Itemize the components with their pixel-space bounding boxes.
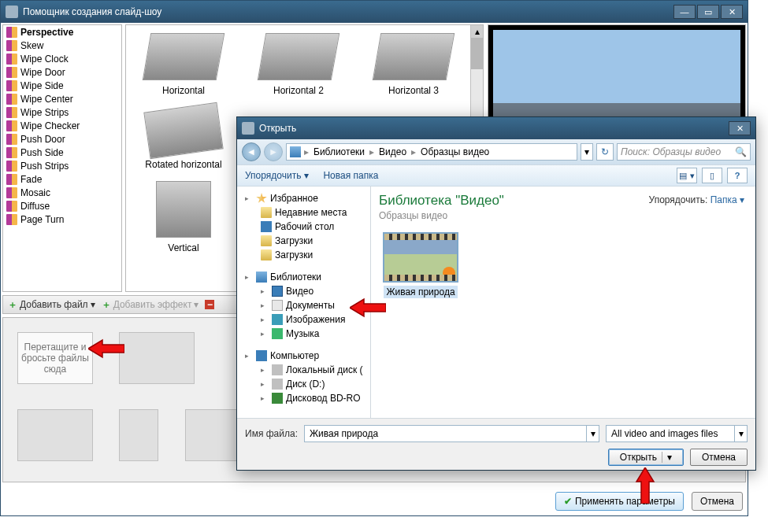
dialog-title: Открыть	[259, 123, 296, 134]
tree-item[interactable]: Рабочий стол	[237, 220, 370, 234]
tree-item[interactable]: Загрузки	[237, 234, 370, 248]
dialog-navbar: ◄ ► ▸ Библиотеки▸ Видео▸ Образцы видео ▾…	[237, 139, 755, 164]
breadcrumb[interactable]: ▸ Библиотеки▸ Видео▸ Образцы видео	[286, 143, 577, 161]
tree-item[interactable]: Загрузки	[237, 248, 370, 262]
tree-item[interactable]: ▸Дисковод BD-RO	[237, 391, 370, 405]
effect-icon	[6, 187, 17, 198]
effect-item[interactable]: Wipe Center	[3, 92, 121, 105]
tree-label: Недавние места	[275, 207, 347, 218]
maximize-button[interactable]: ▭	[697, 5, 719, 19]
tree-item[interactable]: ▸Музыка	[237, 327, 370, 341]
tree-item-video[interactable]: ▸Видео	[237, 284, 370, 298]
file-item[interactable]: Живая природа	[380, 232, 461, 298]
tree-computer[interactable]: ▸Компьютер	[237, 349, 370, 363]
minimize-button[interactable]: —	[673, 5, 696, 19]
effect-label: Push Strips	[20, 161, 69, 172]
sort-label: Упорядочить:	[649, 194, 708, 205]
view-options-button[interactable]: ▤ ▾	[677, 168, 697, 183]
tree-item[interactable]: ▸Диск (D:)	[237, 377, 370, 391]
remove-button[interactable]: −	[205, 300, 214, 309]
video-icon	[272, 286, 283, 297]
button-label: Отмена	[700, 496, 734, 507]
effect-item[interactable]: Mosaic	[3, 186, 121, 199]
disk-icon	[272, 364, 283, 375]
nav-forward-button[interactable]: ►	[264, 142, 283, 161]
thumb-item[interactable]: Horizontal 3	[356, 25, 471, 99]
organize-button[interactable]: Упорядочить ▾	[245, 170, 309, 181]
refresh-button[interactable]: ↻	[596, 143, 614, 161]
effect-item[interactable]: Wipe Strips	[3, 105, 121, 119]
open-button[interactable]: Открыть▾	[608, 449, 684, 466]
nav-back-button[interactable]: ◄	[242, 142, 261, 161]
open-file-dialog: Открыть ✕ ◄ ► ▸ Библиотеки▸ Видео▸ Образ…	[236, 116, 756, 471]
effect-item[interactable]: Wipe Side	[3, 79, 121, 92]
thumb-item[interactable]: Vertical	[126, 173, 241, 257]
thumb-preview	[143, 102, 223, 159]
tree-item[interactable]: Недавние места	[237, 205, 370, 220]
drop-slot[interactable]: Перетащите и бросьте файлы сюда	[17, 332, 93, 384]
filetype-filter[interactable]: All video and images files▾	[606, 425, 748, 442]
tree-label: Документы	[286, 300, 335, 311]
effect-label: Wipe Side	[20, 80, 64, 91]
thumb-label: Horizontal 3	[388, 85, 439, 96]
scroll-up-icon[interactable]: ▴	[471, 25, 483, 38]
sort-value-link[interactable]: Папка ▾	[710, 194, 744, 205]
chevron-down-icon[interactable]: ▾	[586, 426, 599, 441]
thumb-item[interactable]: Rotated horizontal	[126, 99, 241, 173]
drop-slot[interactable]	[119, 332, 195, 384]
drop-slot[interactable]	[17, 409, 93, 461]
app-icon	[242, 122, 254, 135]
thumb-item[interactable]: Horizontal 2	[241, 25, 356, 99]
effect-item[interactable]: Wipe Checker	[3, 119, 121, 132]
optical-icon	[272, 393, 283, 404]
effect-label: Wipe Door	[20, 67, 65, 78]
effect-label: Wipe Checker	[20, 120, 80, 131]
chevron-down-icon[interactable]: ▾	[734, 426, 747, 441]
tree-libraries[interactable]: ▸Библиотеки	[237, 270, 370, 284]
effect-item[interactable]: Wipe Clock	[3, 52, 121, 65]
add-file-button[interactable]: ＋Добавить файл ▾	[8, 299, 95, 310]
apply-button[interactable]: ✔Применять параметры	[555, 492, 684, 511]
cancel-button[interactable]: Отмена	[690, 449, 748, 466]
tree-favorites[interactable]: ▸Избранное	[237, 191, 370, 205]
chevron-down-icon[interactable]: ▾	[662, 452, 672, 463]
effect-item[interactable]: Diffuse	[3, 199, 121, 212]
close-button[interactable]: ✕	[721, 5, 743, 19]
breadcrumb-dropdown[interactable]: ▾	[581, 143, 593, 161]
search-input[interactable]: Поиск: Образцы видео 🔍	[617, 143, 751, 161]
add-effect-button[interactable]: ＋Добавить эффект ▾	[102, 299, 199, 310]
filename-value: Живая природа	[310, 428, 378, 439]
breadcrumb-segment[interactable]: Библиотеки	[312, 146, 366, 157]
preview-pane-button[interactable]: ▯	[702, 168, 722, 183]
effect-icon	[6, 40, 17, 51]
cancel-button[interactable]: Отмена	[692, 492, 743, 511]
star-icon	[256, 193, 267, 204]
breadcrumb-segment[interactable]: Видео	[377, 146, 408, 157]
effect-item[interactable]: Push Strips	[3, 159, 121, 172]
effect-item[interactable]: Skew	[3, 39, 121, 52]
thumb-item[interactable]: Horizontal	[126, 25, 241, 99]
tree-item[interactable]: ▸Локальный диск (	[237, 363, 370, 377]
effect-item[interactable]: Fade	[3, 172, 121, 186]
computer-icon	[256, 350, 267, 361]
new-folder-button[interactable]: Новая папка	[323, 170, 378, 181]
filename-input[interactable]: Живая природа▾	[304, 425, 599, 442]
effect-item[interactable]: Page Turn	[3, 212, 121, 226]
effect-item-perspective[interactable]: Perspective	[3, 25, 121, 39]
help-button[interactable]: ?	[727, 168, 748, 183]
effect-item[interactable]: Push Door	[3, 132, 121, 146]
sort-control[interactable]: Упорядочить: Папка ▾	[649, 194, 744, 205]
scroll-thumb[interactable]	[471, 38, 483, 69]
thumb-label: Horizontal	[162, 85, 205, 96]
dialog-close-button[interactable]: ✕	[729, 121, 751, 135]
effect-item[interactable]: Push Side	[3, 146, 121, 159]
effect-icon	[6, 54, 17, 65]
folder-icon	[261, 235, 272, 246]
disk-icon	[272, 379, 283, 390]
breadcrumb-segment[interactable]: Образцы видео	[419, 146, 491, 157]
effect-item[interactable]: Wipe Door	[3, 65, 121, 79]
folder-icon	[261, 207, 272, 218]
effect-label: Diffuse	[20, 201, 50, 212]
effect-label: Perspective	[20, 27, 73, 38]
drop-slot[interactable]	[119, 409, 158, 461]
